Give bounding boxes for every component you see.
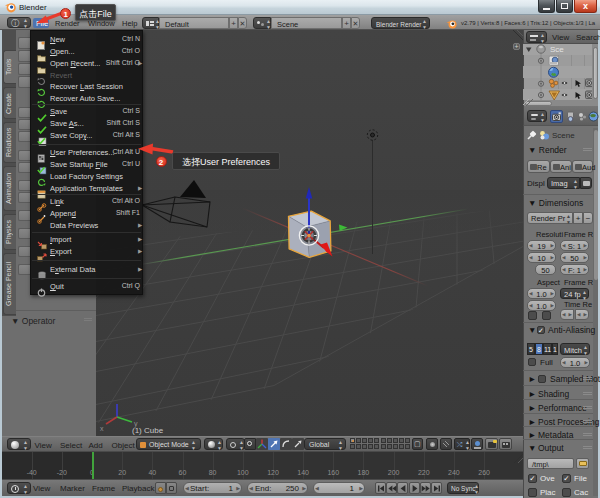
svg-text:x: x (100, 425, 104, 432)
svg-text:(1) Cube: (1) Cube (132, 426, 164, 435)
svg-text:Sce: Sce (550, 45, 564, 54)
